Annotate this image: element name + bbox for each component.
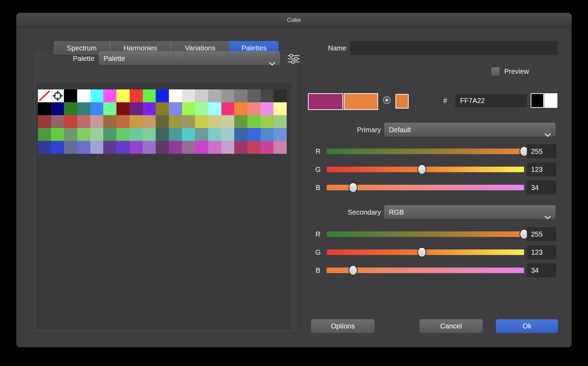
palette-swatch[interactable] (273, 89, 287, 102)
palette-swatch[interactable] (182, 115, 195, 128)
palette-swatch[interactable] (77, 89, 90, 102)
palette-swatch[interactable] (90, 89, 104, 102)
palette-swatch[interactable] (103, 141, 116, 154)
palette-swatch[interactable] (261, 102, 274, 115)
palette-swatch[interactable] (156, 128, 169, 141)
palette-swatch[interactable] (273, 115, 287, 128)
palette-swatch[interactable] (182, 89, 195, 102)
slider-handle[interactable] (417, 247, 426, 257)
palette-swatch[interactable] (221, 89, 235, 102)
palette-swatch[interactable] (64, 141, 77, 154)
palette-swatch[interactable] (143, 102, 156, 115)
palette-swatch[interactable] (143, 115, 156, 128)
primary-b-slider-track[interactable] (327, 185, 524, 190)
palette-swatch[interactable] (195, 141, 208, 154)
palette-swatch[interactable] (130, 115, 143, 128)
palette-swatch[interactable] (182, 141, 195, 154)
palette-dropdown[interactable]: Palette (99, 51, 280, 65)
slider-value-box[interactable]: 34 (527, 263, 556, 277)
options-button[interactable]: Options (311, 319, 375, 333)
palette-swatch[interactable] (143, 89, 156, 102)
palette-swatch[interactable] (234, 102, 247, 115)
primary-r-slider-track[interactable] (327, 149, 524, 154)
selector-color-swatch[interactable] (395, 94, 409, 109)
palette-swatch[interactable] (103, 128, 116, 141)
palette-swatch[interactable] (208, 141, 221, 154)
palette-swatch[interactable] (77, 115, 90, 128)
slider-value-box[interactable]: 255 (527, 227, 556, 241)
palette-swatch[interactable] (247, 102, 261, 115)
palette-swatch[interactable] (90, 102, 104, 115)
palette-swatch[interactable] (169, 102, 182, 115)
primary-g-slider-track[interactable] (327, 167, 524, 172)
palette-swatch[interactable] (195, 115, 208, 128)
palette-swatch[interactable] (38, 115, 51, 128)
palette-swatch[interactable] (221, 102, 235, 115)
palette-swatch[interactable] (116, 128, 130, 141)
slider-handle[interactable] (417, 164, 426, 175)
palette-swatch[interactable] (234, 141, 247, 154)
secondary-dropdown[interactable]: RGB (384, 205, 556, 219)
previous-color-swatch[interactable] (308, 93, 343, 110)
palette-swatch[interactable] (90, 128, 104, 141)
cancel-button[interactable]: Cancel (419, 319, 483, 333)
secondary-b-slider-track[interactable] (327, 268, 524, 273)
palette-swatch[interactable] (130, 89, 143, 102)
slider-handle[interactable] (349, 182, 358, 193)
palette-swatch[interactable] (247, 115, 261, 128)
palette-swatch[interactable] (51, 141, 64, 154)
palette-swatch[interactable] (116, 141, 130, 154)
white-swatch[interactable] (544, 93, 557, 108)
palette-swatch[interactable] (156, 89, 169, 102)
palette-swatch[interactable] (116, 115, 130, 128)
palette-swatch[interactable] (221, 115, 235, 128)
secondary-r-slider-track[interactable] (327, 231, 524, 237)
palette-swatch[interactable] (273, 141, 287, 154)
palette-swatch[interactable] (261, 89, 274, 102)
palette-swatch[interactable] (182, 102, 195, 115)
slider-value-box[interactable]: 123 (527, 245, 556, 259)
palette-swatch[interactable] (103, 115, 116, 128)
primary-dropdown[interactable]: Default (384, 123, 556, 137)
palette-swatch[interactable] (208, 89, 221, 102)
palette-swatch[interactable] (64, 89, 77, 102)
palette-swatch[interactable] (77, 141, 90, 154)
secondary-g-slider-track[interactable] (327, 249, 524, 255)
slider-value-box[interactable]: 34 (527, 181, 556, 194)
color-picker-swatch[interactable] (51, 89, 64, 102)
palette-swatch[interactable] (38, 128, 51, 141)
palette-swatch[interactable] (169, 115, 182, 128)
palette-swatch[interactable] (182, 128, 195, 141)
palette-swatch[interactable] (169, 141, 182, 154)
palette-swatch[interactable] (116, 102, 130, 115)
ok-button[interactable]: Ok (496, 319, 558, 333)
palette-swatch[interactable] (234, 128, 247, 141)
palette-swatch[interactable] (195, 128, 208, 141)
palette-swatch[interactable] (261, 141, 274, 154)
palette-swatch[interactable] (208, 102, 221, 115)
palette-swatch[interactable] (195, 89, 208, 102)
slider-value-box[interactable]: 255 (527, 144, 556, 158)
palette-swatch[interactable] (247, 128, 261, 141)
palette-swatch[interactable] (234, 89, 247, 102)
hex-input[interactable] (455, 94, 527, 107)
dialog-titlebar[interactable]: Color (16, 13, 572, 28)
slider-value-box[interactable]: 123 (527, 162, 556, 176)
palette-swatch[interactable] (103, 89, 116, 102)
palette-swatch[interactable] (195, 102, 208, 115)
palette-swatch[interactable] (51, 128, 64, 141)
palette-swatch[interactable] (221, 141, 235, 154)
current-color-swatch[interactable] (344, 93, 378, 110)
palette-swatch[interactable] (64, 102, 77, 115)
palette-swatch[interactable] (261, 128, 274, 141)
palette-swatch[interactable] (38, 102, 51, 115)
palette-swatch[interactable] (130, 141, 143, 154)
palette-swatch[interactable] (64, 115, 77, 128)
palette-swatch[interactable] (208, 115, 221, 128)
palette-swatch[interactable] (273, 102, 287, 115)
palette-swatch[interactable] (273, 128, 287, 141)
preview-checkbox[interactable] (491, 67, 500, 76)
palette-swatch[interactable] (169, 128, 182, 141)
palette-swatch[interactable] (247, 141, 261, 154)
palette-swatch[interactable] (143, 141, 156, 154)
